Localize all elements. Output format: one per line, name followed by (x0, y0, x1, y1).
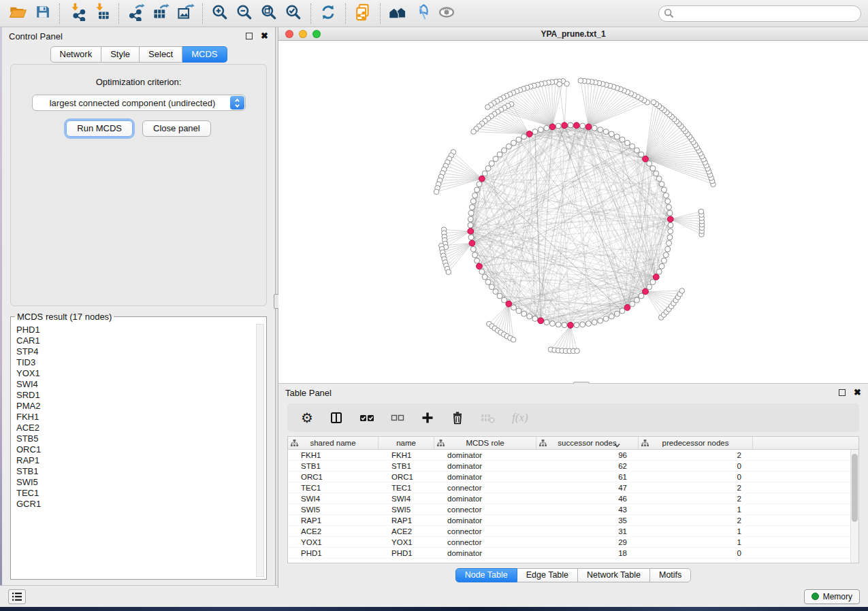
network-node[interactable] (557, 82, 562, 87)
column-header-successor-nodes[interactable]: successor nodes (536, 437, 639, 449)
network-node[interactable] (639, 293, 644, 299)
network-node[interactable] (497, 152, 502, 157)
network-node[interactable] (516, 137, 521, 142)
network-node[interactable] (668, 222, 673, 228)
network-node[interactable] (550, 321, 556, 327)
close-panel-button[interactable]: Close panel (142, 120, 211, 137)
network-node[interactable] (479, 269, 485, 274)
column-header-MCDS-role[interactable]: MCDS role (434, 437, 536, 449)
mcds-result-item[interactable]: PHD1 (14, 325, 255, 335)
network-node[interactable] (493, 156, 498, 162)
network-node[interactable] (661, 258, 666, 263)
mcds-result-item[interactable]: STB5 (14, 433, 255, 444)
table-row[interactable]: PHD1PHD1dominator180 (288, 548, 858, 559)
network-node[interactable] (625, 140, 630, 146)
network-node[interactable] (493, 288, 498, 294)
network-node[interactable] (661, 187, 666, 193)
table-row[interactable]: TEC1TEC1connector472 (288, 482, 858, 493)
network-node[interactable] (564, 81, 570, 86)
network-node[interactable] (659, 182, 664, 187)
network-node[interactable] (446, 269, 451, 275)
network-node[interactable] (580, 322, 585, 327)
export-network-button[interactable] (124, 3, 148, 24)
network-node[interactable] (679, 288, 685, 294)
column-header-name[interactable]: name (379, 437, 434, 449)
network-node[interactable] (502, 297, 507, 303)
zoom-out-button[interactable] (232, 3, 257, 24)
mcds-network-node[interactable] (568, 323, 574, 329)
create-column-icon[interactable] (421, 408, 434, 427)
network-node[interactable] (609, 131, 614, 137)
zoom-selected-button[interactable] (281, 3, 306, 24)
mcds-network-node[interactable] (549, 124, 556, 130)
mcds-network-node[interactable] (653, 274, 659, 280)
select-all-rows-icon[interactable] (359, 408, 374, 427)
mcds-result-item[interactable]: YOX1 (14, 368, 255, 379)
mcds-result-item[interactable]: PMA2 (14, 401, 255, 412)
mcds-result-item[interactable]: STB1 (14, 466, 255, 477)
network-node[interactable] (614, 134, 620, 139)
network-node[interactable] (656, 269, 662, 274)
network-node[interactable] (511, 337, 516, 342)
zoom-fit-button[interactable] (257, 3, 281, 24)
network-node[interactable] (634, 148, 639, 153)
network-node[interactable] (489, 161, 494, 166)
network-node[interactable] (482, 171, 487, 176)
close-panel-icon[interactable]: ✖ (261, 33, 268, 39)
column-header-predecessor-nodes[interactable]: predecessor nodes (639, 437, 753, 449)
network-node[interactable] (665, 246, 671, 252)
tab-network[interactable]: Network (50, 46, 102, 63)
network-overview-button[interactable] (385, 3, 410, 24)
mcds-network-node[interactable] (573, 122, 579, 129)
delete-column-icon[interactable] (451, 408, 464, 427)
save-session-button[interactable] (30, 3, 54, 24)
open-session-button[interactable] (5, 3, 30, 24)
mcds-network-node[interactable] (643, 288, 649, 295)
table-scrollbar[interactable] (850, 450, 858, 563)
share-session-button[interactable] (351, 3, 375, 24)
network-node[interactable] (469, 205, 475, 210)
mcds-network-node[interactable] (477, 263, 483, 269)
network-node[interactable] (470, 246, 476, 252)
mcds-network-node[interactable] (624, 305, 630, 311)
network-node[interactable] (668, 229, 673, 234)
network-node[interactable] (647, 161, 652, 166)
network-node[interactable] (656, 176, 662, 182)
network-node[interactable] (580, 123, 585, 129)
network-node[interactable] (598, 127, 603, 133)
tab-mcds[interactable]: MCDS (182, 46, 227, 63)
optimization-select[interactable]: largest connected component (undirected) (32, 95, 246, 111)
tab-network-table[interactable]: Network Table (578, 568, 650, 582)
network-node[interactable] (620, 137, 625, 142)
mcds-network-node[interactable] (468, 228, 474, 234)
network-node[interactable] (516, 308, 521, 314)
network-node[interactable] (620, 308, 625, 314)
network-node[interactable] (472, 193, 478, 198)
network-node[interactable] (527, 314, 532, 319)
network-node[interactable] (532, 129, 538, 135)
network-node[interactable] (663, 252, 669, 258)
network-node[interactable] (578, 78, 583, 84)
float-panel-icon[interactable] (246, 33, 253, 39)
zoom-in-button[interactable] (208, 3, 232, 24)
task-history-button[interactable] (8, 589, 26, 604)
mcds-network-node[interactable] (469, 240, 475, 246)
network-node[interactable] (475, 187, 480, 193)
network-node[interactable] (538, 127, 543, 133)
network-view[interactable] (278, 41, 868, 383)
network-node[interactable] (659, 263, 664, 269)
table-row[interactable]: RAP1RAP1dominator352 (288, 515, 858, 526)
mcds-result-item[interactable]: CAR1 (14, 335, 255, 346)
network-node[interactable] (468, 210, 474, 216)
network-node[interactable] (468, 222, 473, 228)
tab-edge-table[interactable]: Edge Table (517, 568, 578, 582)
network-node[interactable] (650, 280, 656, 285)
network-node[interactable] (511, 305, 517, 310)
network-node[interactable] (485, 105, 491, 110)
network-node[interactable] (630, 144, 635, 149)
mcds-result-item[interactable]: FKH1 (14, 412, 255, 423)
search-input[interactable] (658, 5, 861, 22)
scrollbar-thumb[interactable] (852, 454, 858, 522)
network-node[interactable] (634, 297, 639, 303)
table-row[interactable]: ORC1ORC1dominator610 (288, 472, 858, 482)
